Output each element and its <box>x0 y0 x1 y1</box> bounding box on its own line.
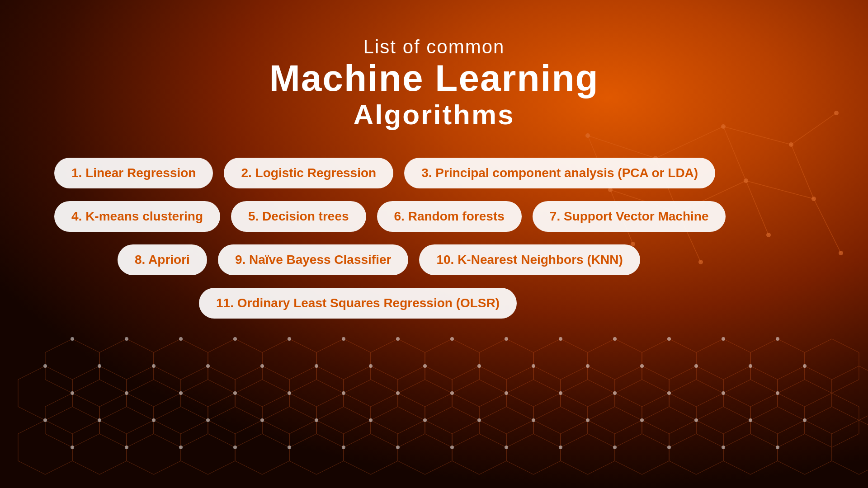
header-subtitle: List of common <box>269 36 599 58</box>
header-algorithms: Algorithms <box>269 99 599 131</box>
page-content: List of common Machine Learning Algorith… <box>0 0 868 488</box>
algo-badge-11: 11. Ordinary Least Squares Regression (O… <box>199 288 517 319</box>
algo-badge-3: 3. Principal component analysis (PCA or … <box>404 158 715 188</box>
algorithm-row-4: 11. Ordinary Least Squares Regression (O… <box>36 288 832 319</box>
algorithm-row-1: 1. Linear Regression 2. Logistic Regress… <box>36 158 832 188</box>
header-title: Machine Learning <box>269 58 599 99</box>
algo-badge-9: 9. Naïve Bayess Classifier <box>218 244 409 275</box>
algo-badge-6: 6. Random forests <box>377 201 522 232</box>
algo-badge-10: 10. K-Nearest Neighbors (KNN) <box>419 244 640 275</box>
algo-badge-4: 4. K-means clustering <box>54 201 220 232</box>
algo-badge-5: 5. Decision trees <box>231 201 366 232</box>
algo-badge-1: 1. Linear Regression <box>54 158 213 188</box>
algorithms-container: 1. Linear Regression 2. Logistic Regress… <box>0 158 868 319</box>
algorithm-row-2: 4. K-means clustering 5. Decision trees … <box>36 201 832 232</box>
algo-badge-7: 7. Support Vector Machine <box>533 201 726 232</box>
algo-badge-8: 8. Apriori <box>118 244 207 275</box>
header: List of common Machine Learning Algorith… <box>269 36 599 131</box>
algorithm-row-3: 8. Apriori 9. Naïve Bayess Classifier 10… <box>36 244 832 275</box>
algo-badge-2: 2. Logistic Regression <box>224 158 393 188</box>
